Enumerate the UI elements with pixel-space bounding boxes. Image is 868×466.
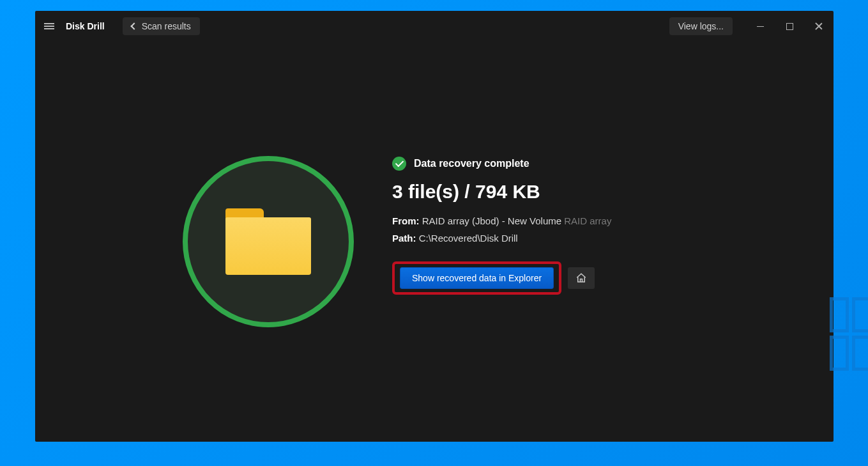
chevron-left-icon (130, 22, 137, 29)
action-row: Show recovered data in Explorer (392, 261, 686, 295)
info-panel: Data recovery complete 3 file(s) / 794 K… (392, 146, 686, 295)
from-extra: RAID array (564, 215, 611, 226)
home-icon (575, 272, 587, 284)
check-circle-icon (392, 157, 406, 171)
close-button[interactable] (804, 11, 834, 42)
from-row: From: RAID array (Jbod) - New Volume RAI… (392, 215, 686, 226)
maximize-button[interactable] (775, 11, 804, 42)
path-row: Path: C:\Recovered\Disk Drill (392, 233, 686, 244)
home-button[interactable] (568, 267, 595, 289)
highlight-annotation: Show recovered data in Explorer (392, 261, 561, 295)
minimize-button[interactable] (745, 11, 775, 42)
view-logs-button[interactable]: View logs... (669, 17, 733, 35)
back-label: Scan results (142, 21, 191, 31)
content-area: Data recovery complete 3 file(s) / 794 K… (35, 42, 834, 442)
back-button[interactable]: Scan results (123, 17, 200, 35)
status-title: Data recovery complete (414, 158, 529, 169)
folder-icon (225, 208, 311, 275)
recovery-summary: 3 file(s) / 794 KB (392, 181, 686, 203)
disk-drill-window: Disk Drill Scan results View logs... D (35, 11, 834, 442)
folder-graphic (183, 156, 354, 327)
window-controls (745, 11, 834, 42)
show-in-explorer-button[interactable]: Show recovered data in Explorer (400, 267, 554, 289)
path-label: Path: (392, 233, 416, 244)
from-label: From: (392, 215, 420, 226)
hamburger-menu-icon[interactable] (43, 22, 56, 31)
titlebar: Disk Drill Scan results View logs... (35, 11, 834, 42)
status-row: Data recovery complete (392, 157, 686, 171)
path-value: C:\Recovered\Disk Drill (419, 233, 518, 244)
app-title: Disk Drill (66, 21, 105, 31)
from-value: RAID array (Jbod) - New Volume (422, 215, 561, 226)
windows-logo-decoration (830, 297, 868, 374)
